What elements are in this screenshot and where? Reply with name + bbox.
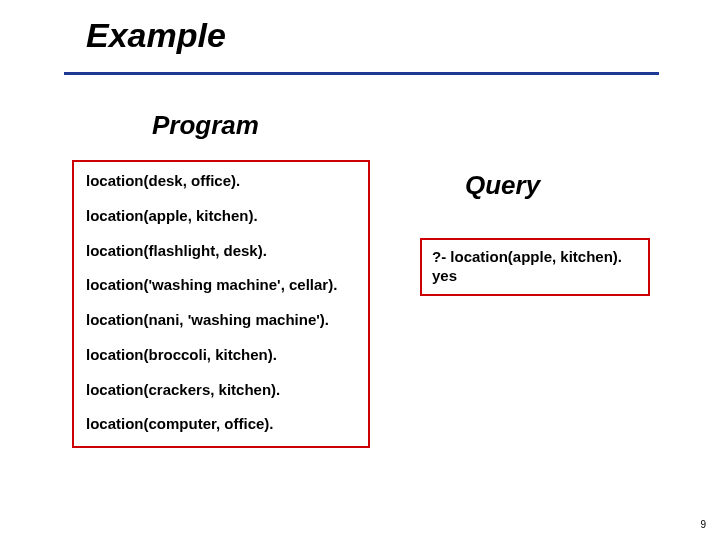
program-line: location('washing machine', cellar). (86, 276, 356, 295)
title-underline (64, 72, 659, 75)
slide-title: Example (86, 16, 226, 55)
program-line: location(broccoli, kitchen). (86, 346, 356, 365)
program-line: location(computer, office). (86, 415, 356, 434)
program-line: location(nani, 'washing machine'). (86, 311, 356, 330)
query-heading: Query (465, 170, 540, 201)
program-line: location(flashlight, desk). (86, 242, 356, 261)
program-heading: Program (152, 110, 259, 141)
slide: Example Program Query location(desk, off… (0, 0, 720, 540)
program-box: location(desk, office). location(apple, … (72, 160, 370, 448)
query-prompt: ?- location(apple, kitchen). (432, 248, 638, 267)
program-line: location(crackers, kitchen). (86, 381, 356, 400)
query-result: yes (432, 267, 638, 286)
page-number: 9 (700, 519, 706, 530)
query-box: ?- location(apple, kitchen). yes (420, 238, 650, 296)
program-line: location(apple, kitchen). (86, 207, 356, 226)
program-line: location(desk, office). (86, 172, 356, 191)
